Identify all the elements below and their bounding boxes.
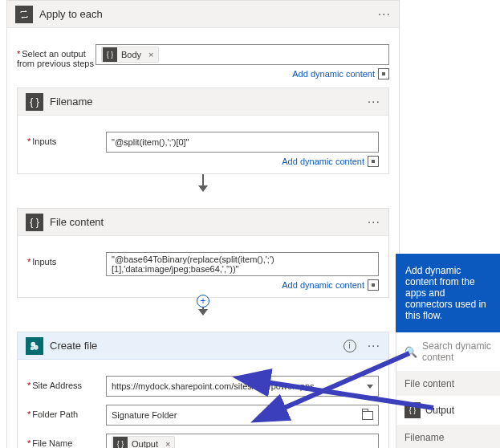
add-dynamic-content-link[interactable]: Add dynamic content bbox=[282, 280, 364, 290]
folder-path-input[interactable]: Signature Folder bbox=[106, 405, 379, 426]
braces-icon: { } bbox=[26, 214, 43, 231]
add-dynamic-content-link[interactable]: Add dynamic content bbox=[292, 69, 375, 79]
folder-icon[interactable] bbox=[362, 411, 373, 420]
site-address-dropdown[interactable]: https://mydock.sharepoint.com/sites/dev/… bbox=[106, 376, 379, 397]
output-item-file-content[interactable]: { } Output bbox=[396, 396, 500, 426]
dynamic-content-icon[interactable] bbox=[368, 279, 379, 291]
apply-to-each-title: Apply to each bbox=[39, 8, 372, 20]
svg-point-1 bbox=[34, 344, 39, 349]
file-content-header[interactable]: { } File content ··· bbox=[18, 209, 388, 236]
filename-header[interactable]: { } Filename ··· bbox=[18, 88, 388, 116]
loop-icon bbox=[15, 6, 33, 23]
braces-icon: { } bbox=[103, 47, 117, 62]
connector-arrow bbox=[17, 177, 389, 200]
svg-point-2 bbox=[30, 346, 35, 350]
dynamic-content-icon[interactable] bbox=[368, 156, 379, 167]
more-menu-button[interactable]: ··· bbox=[368, 339, 380, 353]
body-token[interactable]: { } Body × bbox=[101, 47, 159, 63]
add-step-button[interactable]: + bbox=[197, 295, 209, 307]
dynamic-content-icon[interactable] bbox=[378, 68, 389, 79]
filename-card: { } Filename ··· *Inputs "@split(item(),… bbox=[17, 88, 389, 174]
create-file-card: Create file i ··· *Site Address https://… bbox=[17, 332, 389, 448]
search-icon: 🔍 bbox=[404, 346, 417, 358]
sharepoint-icon bbox=[26, 337, 43, 355]
output-token[interactable]: { } Output × bbox=[112, 436, 175, 448]
chevron-down-icon bbox=[367, 385, 373, 389]
file-name-label: *File Name bbox=[27, 434, 106, 448]
filename-title: Filename bbox=[50, 96, 361, 108]
inputs-label: *Inputs bbox=[27, 132, 106, 146]
file-name-input[interactable]: { } Output × bbox=[106, 434, 379, 448]
more-menu-button[interactable]: ··· bbox=[368, 95, 380, 109]
file-content-title: File content bbox=[50, 216, 361, 228]
filename-inputs-field[interactable]: "@split(item(),';')[0]" bbox=[106, 132, 379, 153]
site-address-label: *Site Address bbox=[27, 376, 106, 390]
file-content-inputs-field[interactable]: "@base64ToBinary(replace(split(item(),';… bbox=[106, 252, 379, 276]
dynamic-content-search[interactable]: 🔍 Search dynamic content bbox=[396, 332, 500, 372]
dynamic-content-panel: Add dynamic content from the apps and co… bbox=[396, 254, 500, 448]
remove-token-button[interactable]: × bbox=[144, 50, 157, 59]
create-file-title: Create file bbox=[50, 340, 337, 352]
add-dynamic-content-link[interactable]: Add dynamic content bbox=[282, 157, 364, 166]
braces-icon: { } bbox=[113, 437, 128, 448]
section-filename: Filename bbox=[396, 426, 500, 448]
inputs-label: *Inputs bbox=[27, 252, 106, 267]
folder-path-label: *Folder Path bbox=[27, 405, 106, 419]
panel-header: Add dynamic content from the apps and co… bbox=[396, 254, 500, 332]
file-content-card: { } File content ··· *Inputs "@base64ToB… bbox=[17, 208, 389, 298]
remove-token-button[interactable]: × bbox=[161, 439, 174, 448]
braces-icon: { } bbox=[404, 402, 421, 418]
more-menu-button[interactable]: ··· bbox=[378, 7, 391, 22]
apply-to-each-card: Apply to each ··· *Select an output from… bbox=[6, 0, 400, 448]
info-icon[interactable]: i bbox=[343, 340, 356, 352]
search-placeholder: Search dynamic content bbox=[422, 340, 492, 363]
select-output-input[interactable]: { } Body × bbox=[96, 44, 389, 65]
section-file-content: File content bbox=[396, 372, 500, 396]
apply-to-each-header[interactable]: Apply to each ··· bbox=[7, 1, 399, 28]
braces-icon: { } bbox=[26, 93, 43, 111]
select-output-label: *Select an output from previous steps bbox=[17, 44, 96, 68]
connector-add: + bbox=[17, 301, 389, 324]
create-file-header[interactable]: Create file i ··· bbox=[18, 332, 388, 360]
more-menu-button[interactable]: ··· bbox=[368, 215, 380, 230]
